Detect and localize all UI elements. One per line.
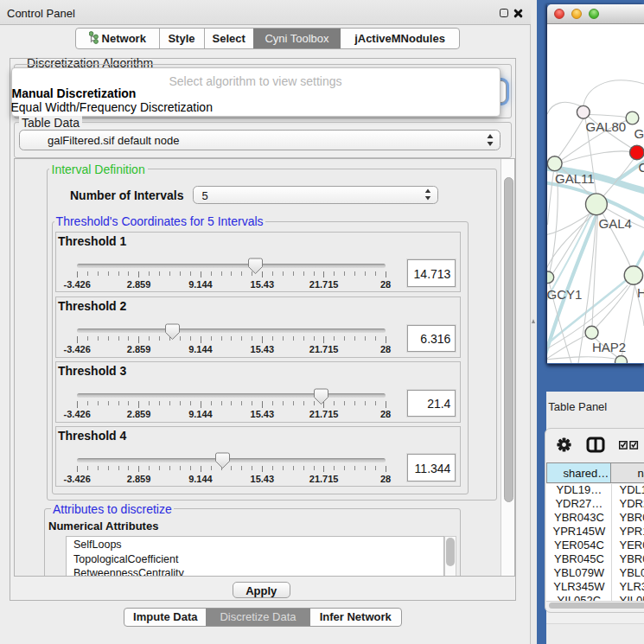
svg-text:GA: GA (634, 126, 644, 141)
svg-text:GCY1: GCY1 (547, 287, 582, 302)
svg-text:GAL11: GAL11 (555, 171, 595, 186)
svg-text:GAL4: GAL4 (599, 216, 632, 231)
svg-text:GAL80: GAL80 (586, 119, 627, 134)
svg-text:HAP2: HAP2 (592, 340, 626, 354)
svg-text:C: C (639, 160, 644, 175)
svg-text:H: H (637, 285, 644, 300)
